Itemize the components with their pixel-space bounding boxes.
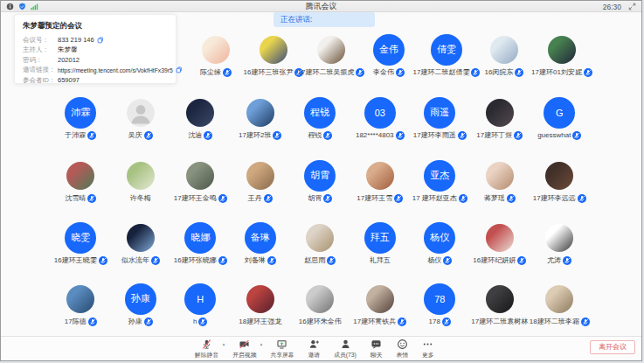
participant-tile[interactable]: 16建环纪妍妍 (470, 221, 530, 265)
mic-muted-icon (396, 131, 405, 140)
participant-tile[interactable]: 17陈德 (51, 283, 111, 326)
avatar-photo (202, 36, 230, 64)
chat-button[interactable]: 聊天 (370, 339, 383, 360)
participant-name: 吴庆 (128, 130, 142, 140)
toolbar: ▴解除静音▴开启视频共享屏幕邀请成员(73)聊天表情更多 离开会议 (1, 336, 641, 360)
participant-tile[interactable]: 蒋梦瑶 (470, 159, 530, 203)
info-row: 邀请链接：https://meeting.tencent.com/s/VokfH… (23, 66, 169, 76)
participant-tile[interactable]: 17建环王金鸣 (170, 159, 231, 203)
avatar-photo (246, 285, 274, 313)
mic-muted-icon (273, 131, 281, 140)
mic-muted-icon (514, 131, 523, 140)
more-icon (422, 339, 433, 350)
more-button[interactable]: 更多 (422, 339, 434, 360)
participant-tile[interactable]: 杨仪 杨仪 (410, 221, 470, 265)
avatar-photo (548, 36, 576, 64)
participant-tile[interactable]: 胡霄 胡霄 (290, 159, 350, 203)
leave-meeting-button[interactable]: 离开会议 (590, 340, 635, 354)
start-video-button[interactable]: ▴开启视频 (232, 339, 256, 360)
toolbar-label: 解除静音 (195, 351, 218, 360)
participant-name: h (193, 318, 197, 325)
participant-tile[interactable]: 孙康 孙康 (111, 283, 171, 326)
avatar-initials: 亚杰 (424, 160, 455, 192)
participant-tile[interactable]: 17建环二班吴振虎 (302, 33, 360, 77)
participant-name: 胡霄 (308, 193, 322, 203)
participant-tile[interactable]: 17建环王雪 (350, 159, 411, 203)
participant-row: 沈雪晴 许冬梅 17建环王金鸣 王丹 胡霄 胡霄 17建环王雪 亚杰 17 建环… (51, 159, 590, 203)
participant-tile[interactable]: 18建环王强龙 (231, 283, 291, 326)
toolbar-label: 成员(73) (334, 351, 357, 360)
members-button[interactable]: 成员(73) (334, 339, 357, 360)
copy-icon[interactable] (176, 66, 183, 73)
participant-tile[interactable]: 倩雯 17建环二班赵倩雯 (418, 33, 475, 77)
participant-tile[interactable]: 尤涛 (530, 221, 590, 265)
participant-tile[interactable]: 似水流年 (111, 221, 171, 265)
avatar-photo (366, 162, 394, 190)
participant-tile[interactable]: 03 182****4803 (350, 96, 411, 140)
toolbar-label: 共享屏幕 (270, 351, 294, 360)
mic-muted-icon (87, 131, 96, 140)
unmute-button[interactable]: ▴解除静音 (195, 339, 218, 360)
avatar-photo (306, 224, 334, 252)
participant-tile[interactable]: 17建环丁煜 (470, 96, 530, 140)
emoji-icon (397, 339, 408, 350)
participant-tile[interactable]: 16闵皖东 (475, 33, 533, 77)
info-label: 密码： (23, 56, 58, 65)
participant-name: 17建环李雨遥 (413, 130, 456, 140)
participant-tile[interactable]: 17建环2班 (231, 96, 291, 140)
participant-tile[interactable]: 沛霖 于沛霖 (51, 96, 111, 140)
participant-tile[interactable]: 17建环二班袁树林 (470, 283, 530, 326)
participant-tile[interactable]: H h (170, 283, 231, 326)
participant-tile[interactable]: 雨遥 17建环李雨遥 (410, 96, 470, 140)
participant-name: 似水流年 (121, 255, 149, 265)
participant-tile[interactable]: 17建环李远远 (530, 159, 590, 203)
participant-tile[interactable]: 陈尘缘 (187, 33, 245, 77)
participant-tile[interactable]: 16建环朱金伟 (290, 283, 350, 326)
participant-tile[interactable]: 18建环二班李霜 (530, 283, 590, 326)
info-value: 659097 (58, 76, 80, 84)
meeting-window: 腾讯会议 26:30 正在讲话: 朱梦馨预定的会议 会议号：833 219 14… (0, 0, 642, 361)
participant-tile[interactable]: 拜五 礼拜五 (350, 221, 411, 265)
participant-tile[interactable]: 赵思雨 (290, 221, 350, 265)
info-label: 参会者ID： (23, 76, 58, 85)
emoji-button[interactable]: 表情 (396, 339, 408, 360)
meeting-title: 朱梦馨预定的会议 (23, 21, 169, 31)
participant-tile[interactable]: 备琳 刘备琳 (231, 221, 291, 265)
info-row: 密码：202012 (23, 55, 169, 66)
mic-muted-icon (515, 68, 523, 77)
toolbar-label: 邀请 (308, 351, 321, 360)
participant-tile[interactable]: 王丹 (231, 159, 291, 203)
invite-button[interactable]: 邀请 (308, 339, 321, 360)
participant-tile[interactable]: G guesswhat (530, 96, 590, 140)
avatar-photo (246, 99, 274, 127)
participant-tile[interactable]: 16建环三班张尹 (245, 33, 302, 77)
participant-tile[interactable]: 吴庆 (111, 96, 171, 140)
mic-muted-icon (394, 194, 403, 203)
participant-tile[interactable]: 亚杰 17 建环赵亚杰 (410, 159, 470, 203)
caret-up-icon[interactable]: ▴ (223, 341, 225, 346)
mic-muted-icon (396, 68, 405, 77)
toolbar-label: 更多 (422, 351, 434, 360)
copy-icon[interactable] (97, 37, 104, 44)
participant-name: 17建环二班袁树林 (471, 317, 528, 326)
participant-name: 刘备琳 (245, 255, 266, 265)
participant-name: 17建环王金鸣 (174, 193, 217, 203)
participant-tile[interactable]: 金伟 李金伟 (360, 33, 418, 77)
participant-tile[interactable]: 程锐 程锐 (290, 96, 350, 140)
avatar-initials: 晓雯 (65, 222, 96, 254)
participant-tile[interactable]: 78 178 (410, 283, 470, 326)
participant-tile[interactable]: 晓娜 16建环张晓娜 (170, 221, 231, 265)
info-value: https://meeting.tencent.com/s/VokfHtFx39… (58, 67, 173, 73)
participant-tile[interactable]: 17建环01刘安妮 (533, 33, 591, 77)
fullscreen-icon[interactable] (628, 3, 636, 10)
share-screen-button[interactable]: 共享屏幕 (270, 339, 294, 360)
participant-tile[interactable]: 17建环黄铁兵 (350, 283, 411, 326)
participant-tile[interactable]: 沈雪晴 (51, 159, 111, 203)
participant-tile[interactable]: 晓雯 16建环王晓雯 (51, 221, 111, 265)
mic-muted-icon (323, 194, 332, 203)
participant-tile[interactable]: 沈迪 (170, 96, 231, 140)
meeting-info-panel: 朱梦馨预定的会议 会议号：833 219 146主持人：朱梦馨密码：202012… (14, 14, 177, 84)
participant-tile[interactable]: 许冬梅 (111, 159, 171, 203)
participant-name: 王丹 (248, 193, 262, 203)
caret-up-icon[interactable]: ▴ (260, 341, 263, 346)
